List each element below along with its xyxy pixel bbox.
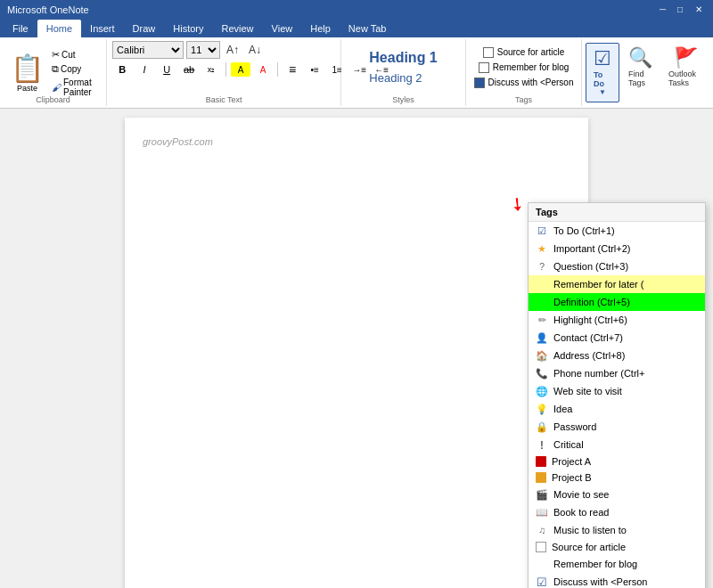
font-color-button[interactable]: A	[253, 61, 273, 78]
tag-definition-label: Definition (Ctrl+5)	[553, 297, 630, 307]
font-size-selector[interactable]: 11	[186, 41, 220, 59]
heading1-style[interactable]: Heading 1	[362, 48, 444, 68]
tag-password[interactable]: 🔒 Password	[529, 418, 705, 436]
tag-music[interactable]: ♫ Music to listen to	[529, 521, 705, 539]
source-tag-item[interactable]: Source for article	[481, 46, 567, 59]
tag-website[interactable]: 🌐 Web site to visit	[529, 382, 705, 400]
outlook-tasks-button[interactable]: 🚩 Outlook Tasks	[661, 43, 709, 102]
tag-discuss1-label: Discuss with <Person	[553, 576, 647, 587]
align-button[interactable]: ≡	[283, 61, 302, 78]
todo-dropdown-icon: ▼	[599, 88, 606, 96]
tags-panel-header: Tags	[529, 203, 705, 222]
tab-draw[interactable]: Draw	[124, 20, 165, 37]
tag-critical[interactable]: ! Critical	[529, 436, 705, 453]
tags-bar-group: Source for article Remember for blog Dis…	[466, 39, 582, 106]
styles-label: Styles	[392, 94, 414, 104]
minimize-btn[interactable]: ─	[660, 4, 670, 15]
format-painter-icon: 🖌	[52, 82, 61, 93]
tag-source-label: Source for article	[552, 542, 626, 552]
tag-remember-blog[interactable]: Remember for blog	[529, 555, 705, 573]
tab-newtab[interactable]: New Tab	[340, 20, 396, 37]
subscript-button[interactable]: x₂	[201, 61, 221, 78]
tag-discuss1[interactable]: ☑ Discuss with <Person	[529, 573, 705, 588]
tag-project-a[interactable]: Project A	[529, 453, 705, 470]
tag-highlight[interactable]: ✏ Highlight (Ctrl+6)	[529, 311, 705, 329]
main-content: groovyPost.com ➘ Tags ☑ To Do (Ctrl+1) ★…	[0, 109, 713, 588]
todo-checkbox-icon: ☑	[536, 225, 548, 237]
password-lock-icon: 🔒	[536, 421, 548, 433]
tag-todo-label: To Do (Ctrl+1)	[553, 225, 615, 236]
increase-font-btn[interactable]: A↑	[223, 41, 242, 59]
discuss-tag-item[interactable]: Discuss with <Person	[472, 77, 576, 89]
tag-project-a-label: Project A	[552, 456, 591, 467]
tag-remember-later[interactable]: Remember for later (	[529, 275, 705, 293]
tag-todo[interactable]: ☑ To Do (Ctrl+1)	[529, 222, 705, 240]
tab-history[interactable]: History	[164, 20, 212, 37]
remember-later-icon	[536, 278, 548, 290]
italic-button[interactable]: I	[135, 61, 154, 78]
tag-contact[interactable]: 👤 Contact (Ctrl+7)	[529, 329, 705, 347]
find-tags-button[interactable]: 🔍 Find Tags	[621, 43, 660, 102]
title-bar-title: Microsoft OneNote	[7, 4, 89, 15]
tab-insert[interactable]: Insert	[81, 20, 124, 37]
close-btn[interactable]: ✕	[695, 4, 706, 15]
title-bar: Microsoft OneNote ─ □ ✕	[0, 0, 713, 20]
tag-remember-later-label: Remember for later (	[553, 279, 643, 290]
outlook-tasks-label: Outlook Tasks	[668, 69, 702, 87]
tab-home[interactable]: Home	[37, 20, 81, 37]
phone-icon: 📞	[536, 367, 548, 380]
tag-source[interactable]: Source for article	[529, 539, 705, 555]
copy-icon: ⧉	[52, 63, 59, 75]
tag-important[interactable]: ★ Important (Ctrl+2)	[529, 240, 705, 257]
maximize-btn[interactable]: □	[677, 4, 688, 15]
tag-website-label: Web site to visit	[553, 386, 622, 396]
discuss-tag-checkbox	[474, 78, 485, 88]
clipboard-group-label: Clipboard	[36, 94, 70, 104]
tag-project-b[interactable]: Project B	[529, 470, 705, 486]
discuss-tag-label: Discuss with <Person	[488, 78, 574, 87]
heading1-label: Heading 1	[369, 50, 437, 65]
important-star-icon: ★	[536, 242, 548, 255]
tag-important-label: Important (Ctrl+2)	[553, 243, 631, 254]
strikethrough-button[interactable]: ab	[179, 61, 199, 78]
todo-icon: ☑	[594, 47, 611, 70]
tag-password-label: Password	[553, 421, 596, 432]
heading2-label: Heading 2	[369, 71, 422, 85]
project-b-square-icon	[536, 472, 546, 483]
list-bullet-btn[interactable]: •≡	[305, 61, 324, 78]
tab-help[interactable]: Help	[301, 20, 340, 37]
tag-question[interactable]: ? Question (Ctrl+3)	[529, 257, 705, 275]
tag-movie[interactable]: 🎬 Movie to see	[529, 486, 705, 503]
tag-highlight-label: Highlight (Ctrl+6)	[553, 314, 627, 325]
tag-phone[interactable]: 📞 Phone number (Ctrl+	[529, 364, 705, 382]
tab-review[interactable]: Review	[213, 20, 263, 37]
tab-view[interactable]: View	[263, 20, 302, 37]
underline-button[interactable]: U	[157, 61, 176, 78]
source-tag-label: Source for article	[497, 47, 565, 57]
tag-definition[interactable]: Definition (Ctrl+5)	[529, 293, 705, 311]
tab-file[interactable]: File	[4, 20, 37, 37]
heading2-style[interactable]: Heading 2	[362, 69, 444, 86]
decrease-font-btn[interactable]: A↓	[245, 41, 265, 59]
blog-tag-item[interactable]: Remember for blog	[477, 61, 571, 74]
copy-button[interactable]: ⧉ Copy	[49, 62, 101, 76]
clipboard-group: 📋 Paste ✂ Cut ⧉ Copy 🖌 Format Painter Cl…	[0, 39, 107, 106]
definition-icon	[536, 296, 548, 308]
cut-button[interactable]: ✂ Cut	[49, 48, 101, 61]
tag-book[interactable]: 📖 Book to read	[529, 503, 705, 521]
highlight-button[interactable]: A	[231, 62, 250, 77]
bold-button[interactable]: B	[112, 61, 132, 78]
todo-tag-button[interactable]: ☑ To Do ▼	[586, 43, 619, 102]
separator2	[277, 62, 278, 77]
font-family-selector[interactable]: Calibri	[112, 41, 184, 59]
styles-group: Heading 1 Heading 2 Styles	[341, 39, 466, 106]
critical-exclamation-icon: !	[536, 438, 548, 451]
tags-panel-scroll[interactable]: ☑ To Do (Ctrl+1) ★ Important (Ctrl+2) ? …	[529, 222, 705, 588]
blog-tag-checkbox	[479, 62, 489, 73]
movie-film-icon: 🎬	[536, 488, 548, 501]
question-mark-icon: ?	[536, 260, 548, 273]
tag-idea[interactable]: 💡 Idea	[529, 400, 705, 418]
font-group: Calibri 11 A↑ A↓ B I U ab x₂ A A ≡ •≡	[107, 39, 341, 106]
tag-address[interactable]: 🏠 Address (Ctrl+8)	[529, 347, 705, 364]
idea-bulb-icon: 💡	[536, 403, 548, 415]
